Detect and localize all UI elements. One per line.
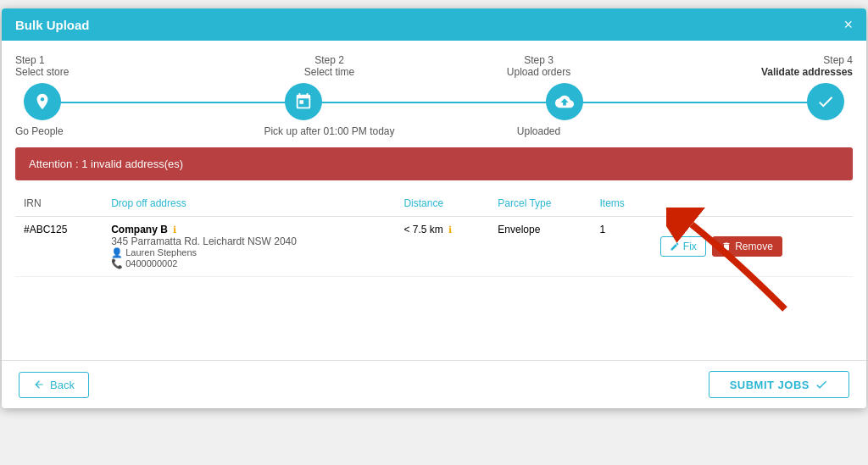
col-items: Items [592,191,652,217]
submit-button[interactable]: SUBMIT JOBS [709,371,849,398]
step2-number: Step 2 [225,54,434,66]
back-icon [33,379,45,390]
distance-info-icon: ℹ [448,224,452,235]
stepper-labels: Step 1 Select store Step 2 Select time S… [15,54,853,83]
step4-icon [807,83,844,120]
cell-irn: #ABC125 [15,217,103,277]
phone-number: 0400000002 [125,258,177,268]
step3-number: Step 3 [434,54,643,66]
cell-parcel-type: Envelope [489,217,591,277]
step3-bottom: Uploaded [434,125,643,137]
orders-table: IRN Drop off address Distance Parcel Typ… [15,191,853,277]
step2-icon [285,83,322,120]
back-label: Back [50,379,75,391]
phone-icon: 📞 [111,258,125,268]
remove-label: Remove [735,241,773,252]
back-button[interactable]: Back [19,372,89,398]
fix-button[interactable]: Fix [660,236,706,257]
table-header-row: IRN Drop off address Distance Parcel Typ… [15,191,853,217]
col-irn: IRN [15,191,103,217]
content-area: IRN Drop off address Distance Parcel Typ… [15,191,853,343]
col-parcel: Parcel Type [489,191,591,217]
cell-items: 1 [592,217,652,277]
step2-label-group: Step 2 Select time [225,54,434,78]
close-button[interactable]: × [843,17,853,32]
step1-name: Select store [15,66,225,78]
person-icon: 👤 [111,247,125,257]
step4-number: Step 4 [643,54,853,66]
cell-actions: Fix Remove [652,217,853,277]
alert-message: Attention : 1 invalid address(es) [29,158,183,170]
col-distance: Distance [395,191,489,217]
submit-label: SUBMIT JOBS [730,379,810,391]
distance-value: < 7.5 km [403,224,442,235]
remove-button[interactable]: Remove [712,236,782,257]
trash-icon [721,241,732,252]
step3-name: Upload orders [434,66,643,78]
company-name: Company B [111,224,168,235]
step3-icon [546,83,583,120]
modal-body: Step 1 Select store Step 2 Select time S… [2,41,866,357]
step4-bottom [643,125,853,137]
address-line: 345 Parramatta Rd. Leichardt NSW 2040 [111,235,387,247]
col-dropoff: Drop off address [103,191,395,217]
stepper-bottom-labels: Go People Pick up after 01:00 PM today U… [15,120,853,137]
info-icon: ℹ [173,224,176,235]
edit-icon [670,241,680,252]
person-line: 👤 Lauren Stephens [111,247,387,258]
modal-footer: Back SUBMIT JOBS [2,360,866,408]
step1-bottom: Go People [15,125,225,137]
step4-label-group: Step 4 Validate addresses [643,54,853,78]
col-actions [652,191,853,217]
step3-label-group: Step 3 Upload orders [434,54,643,78]
person-name: Lauren Stephens [125,247,197,257]
step4-name: Validate addresses [643,66,853,78]
table-row: #ABC125 Company B ℹ 345 Parramatta Rd. L… [15,217,853,277]
step1-icon [24,83,61,120]
modal-header: Bulk Upload × [2,8,866,41]
phone-line: 📞 0400000002 [111,258,387,269]
cell-address: Company B ℹ 345 Parramatta Rd. Leichardt… [103,217,395,277]
stepper-icons-row [15,83,853,120]
step2-bottom: Pick up after 01:00 PM today [225,125,434,137]
alert-banner: Attention : 1 invalid address(es) [15,147,853,180]
fix-label: Fix [683,241,697,252]
cell-distance: < 7.5 km ℹ [395,217,489,277]
check-icon [815,378,828,391]
step1-number: Step 1 [15,54,225,66]
step1-label-group: Step 1 Select store [15,54,225,78]
modal-title: Bulk Upload [15,18,90,32]
step2-name: Select time [225,66,434,78]
